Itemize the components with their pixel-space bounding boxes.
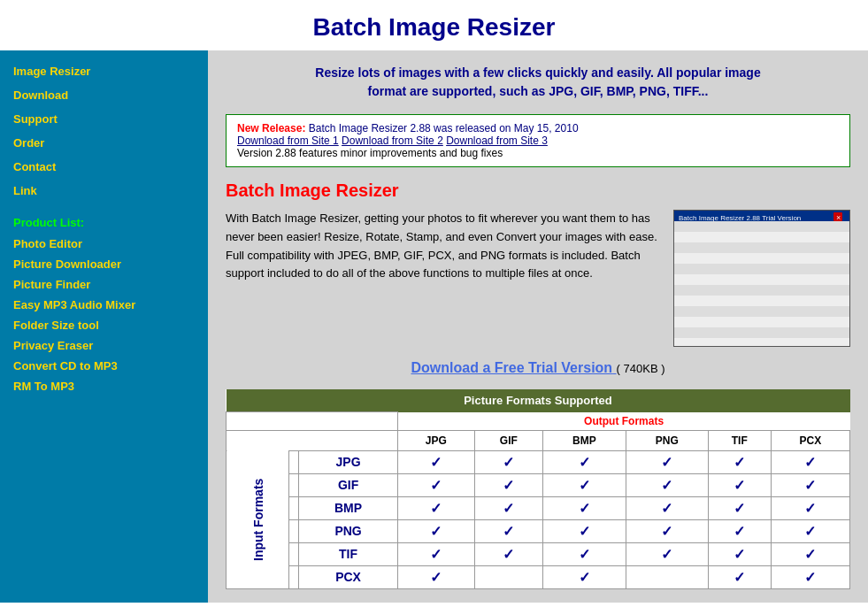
screenshot-image: Batch Image Resizer 2.88 Trial Version ×… bbox=[673, 210, 850, 347]
sidebar-item-order[interactable]: Order bbox=[0, 131, 208, 155]
sidebar-item-folder-size[interactable]: Folder Size tool bbox=[0, 315, 208, 335]
col-gif: GIF bbox=[475, 430, 543, 450]
table-row: PNG ✓ ✓ ✓ ✓ ✓ ✓ bbox=[227, 519, 850, 542]
svg-text:image002.jpg: image002.jpg bbox=[678, 271, 710, 276]
table-title: Picture Formats Supported bbox=[227, 389, 850, 412]
svg-rect-16 bbox=[814, 246, 836, 268]
sidebar-item-photo-editor[interactable]: Photo Editor bbox=[0, 234, 208, 254]
formats-table-container: Picture Formats Supported Output Formats… bbox=[226, 389, 850, 589]
svg-rect-13 bbox=[742, 246, 764, 268]
sidebar-item-picture-finder[interactable]: Picture Finder bbox=[0, 274, 208, 295]
svg-rect-15 bbox=[790, 246, 812, 268]
svg-rect-14 bbox=[766, 246, 788, 268]
svg-rect-22 bbox=[743, 322, 779, 329]
svg-text:Output format: JPG: Output format: JPG bbox=[743, 330, 789, 335]
page-title: Batch Image Resizer bbox=[0, 0, 868, 50]
download-site2-link[interactable]: Download from Site 2 bbox=[342, 134, 443, 147]
svg-text:File List: File List bbox=[680, 249, 701, 255]
output-header-row: Output Formats bbox=[227, 412, 850, 431]
svg-text:image003.bmp: image003.bmp bbox=[678, 280, 713, 285]
sidebar-item-convert-cd[interactable]: Convert CD to MP3 bbox=[0, 356, 208, 376]
table-header-row: Picture Formats Supported bbox=[227, 389, 850, 412]
row-tif-label: TIF bbox=[299, 542, 397, 565]
check-jpg-tif: ✓ bbox=[734, 455, 745, 470]
svg-rect-4 bbox=[674, 225, 850, 347]
check-jpg-jpg: ✓ bbox=[430, 455, 442, 470]
svg-text:Image output size: Image output size bbox=[743, 305, 786, 311]
check-jpg-bmp: ✓ bbox=[579, 455, 590, 470]
svg-text:×: × bbox=[836, 213, 841, 222]
sidebar-item-download[interactable]: Download bbox=[0, 83, 208, 107]
formats-table: Picture Formats Supported Output Formats… bbox=[226, 389, 850, 589]
check-jpg-gif: ✓ bbox=[503, 455, 514, 470]
table-row: TIF ✓ ✓ ✓ ✓ ✓ ✓ bbox=[227, 542, 850, 565]
input-formats-label: Input Formats bbox=[227, 450, 289, 588]
check-jpg-png: ✓ bbox=[661, 455, 672, 470]
download-trial-text: Download a Free Trial Version bbox=[411, 360, 613, 375]
svg-text:Cancel: Cancel bbox=[765, 334, 785, 341]
sidebar-item-picture-downloader[interactable]: Picture Downloader bbox=[0, 254, 208, 274]
svg-text:image001.jpg: image001.jpg bbox=[678, 262, 710, 267]
tagline: Resize lots of images with a few clicks … bbox=[226, 64, 850, 101]
sidebar-item-link[interactable]: Link bbox=[0, 179, 208, 203]
product-list-label: Product List: bbox=[0, 203, 208, 234]
col-pcx: PCX bbox=[771, 430, 849, 450]
svg-rect-6 bbox=[676, 244, 738, 346]
col-jpg: JPG bbox=[397, 430, 474, 450]
sidebar-item-contact[interactable]: Contact bbox=[0, 155, 208, 179]
svg-rect-24 bbox=[676, 330, 849, 346]
row-pcx-label: PCX bbox=[299, 565, 397, 588]
release-box: New Release: Batch Image Resizer 2.88 wa… bbox=[226, 114, 850, 167]
sidebar-item-image-resizer[interactable]: Image Resizer bbox=[0, 59, 208, 83]
svg-rect-21 bbox=[743, 312, 779, 319]
svg-rect-18 bbox=[766, 270, 788, 292]
sidebar-item-easy-mp3[interactable]: Easy MP3 Audio Mixer bbox=[0, 295, 208, 315]
download-site1-link[interactable]: Download from Site 1 bbox=[237, 134, 339, 147]
svg-rect-5 bbox=[676, 227, 849, 242]
col-tif: TIF bbox=[708, 430, 771, 450]
svg-text:Start: Start bbox=[733, 334, 746, 341]
version-note: Version 2.88 features minor improvements… bbox=[237, 147, 503, 159]
row-bmp-label: BMP bbox=[299, 496, 397, 519]
sidebar-item-privacy-eraser[interactable]: Privacy Eraser bbox=[0, 335, 208, 356]
row-gif-label: GIF bbox=[299, 473, 397, 496]
release-label: New Release: bbox=[237, 122, 305, 134]
table-row: Input Formats JPG ✓ ✓ ✓ ✓ ✓ ✓ bbox=[227, 450, 850, 473]
product-heading: Batch Image Resizer bbox=[226, 181, 850, 201]
download-trial-link[interactable]: Download a Free Trial Version bbox=[411, 360, 617, 375]
output-formats-label: Output Formats bbox=[397, 412, 849, 431]
file-size: ( 740KB ) bbox=[617, 362, 665, 375]
svg-rect-25 bbox=[727, 332, 754, 342]
svg-rect-27 bbox=[763, 332, 789, 342]
download-link-area: Download a Free Trial Version ( 740KB ) bbox=[226, 360, 850, 376]
col-header-row: JPG GIF BMP PNG TIF PCX bbox=[227, 430, 850, 450]
table-row: GIF ✓ ✓ ✓ ✓ ✓ ✓ bbox=[227, 473, 850, 496]
col-png: PNG bbox=[626, 430, 708, 450]
sidebar-item-support[interactable]: Support bbox=[0, 107, 208, 131]
download-site3-link[interactable]: Download from Site 3 bbox=[446, 134, 548, 147]
description-text: With Batch Image Resizer, getting your p… bbox=[226, 210, 660, 347]
svg-rect-7 bbox=[678, 246, 736, 257]
table-row: PCX ✓ ✓ ✓ ✓ bbox=[227, 565, 850, 588]
main-content: Resize lots of images with a few clicks … bbox=[208, 50, 868, 603]
row-png-label: PNG bbox=[299, 519, 397, 542]
row-jpg-label: JPG bbox=[299, 450, 397, 473]
sidebar: Image Resizer Download Support Order Con… bbox=[0, 50, 208, 603]
col-bmp: BMP bbox=[542, 430, 626, 450]
svg-rect-19 bbox=[741, 299, 849, 346]
svg-text:Batch Image Resizer 2.88 Trial: Batch Image Resizer 2.88 Trial Version bbox=[679, 214, 801, 222]
svg-rect-12 bbox=[741, 244, 849, 297]
table-row: BMP ✓ ✓ ✓ ✓ ✓ ✓ bbox=[227, 496, 850, 519]
release-text: Batch Image Resizer 2.88 was released on… bbox=[309, 122, 579, 134]
svg-rect-17 bbox=[742, 270, 764, 292]
check-jpg-pcx: ✓ bbox=[804, 455, 816, 470]
sidebar-item-rm-to-mp3[interactable]: RM To MP3 bbox=[0, 376, 208, 396]
